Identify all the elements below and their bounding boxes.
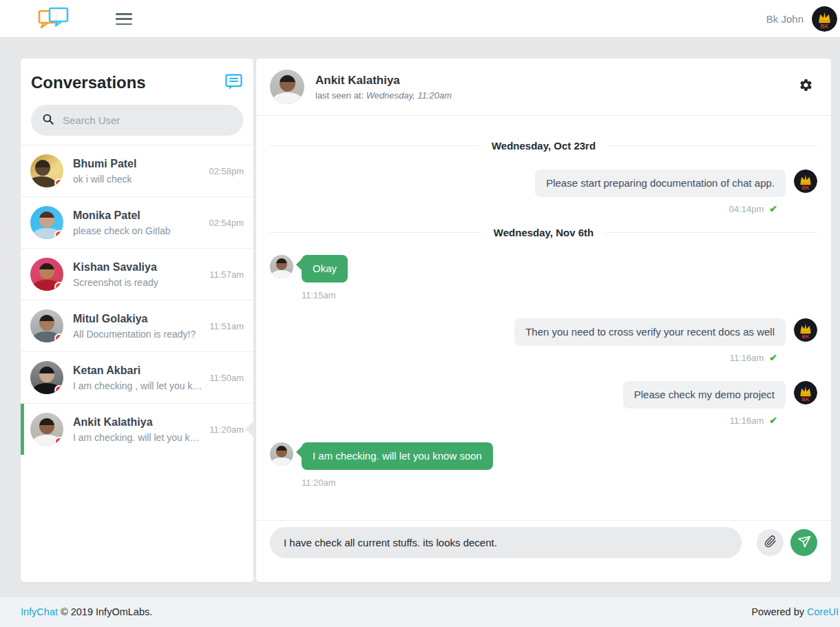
conversation-item-ankit-active[interactable]: Ankit Kalathiya I am checking. will let … [21, 403, 253, 455]
contact-avatar [270, 70, 304, 104]
current-user-avatar[interactable]: BK [812, 6, 837, 32]
footer-left: InfyChat © 2019 InfyOmLabs. [21, 606, 152, 617]
message-meta: 11:15am [302, 290, 817, 300]
footer-right: Powered by CoreUI [751, 606, 839, 617]
app-footer: InfyChat © 2019 InfyOmLabs. Powered by C… [0, 596, 840, 627]
conversation-item-ketan[interactable]: Ketan Akbari I am checking , will let yo… [21, 351, 253, 403]
avatar-mitul [30, 309, 63, 342]
message-time: 11:20am [302, 477, 336, 488]
powered-by-text: Powered by [751, 606, 804, 617]
conversation-time: 11:51am [209, 321, 244, 331]
incoming-message: Okay [270, 255, 817, 282]
contact-last-seen: last seen at: Wednesday, 11:20am [315, 90, 452, 101]
conversation-preview: I am checking. will let you know... [73, 432, 204, 443]
send-plane-icon [797, 535, 810, 551]
contact-avatar [270, 442, 293, 466]
avatar-ketan [30, 361, 63, 394]
outgoing-message: Then you need to cross verify your recen… [270, 318, 817, 346]
message-bubble: Okay [302, 255, 348, 282]
copyright-text: © 2019 InfyOmLabs. [61, 606, 152, 617]
message-time: 04:14pm [729, 204, 764, 214]
conversation-name: Kishan Savaliya [73, 261, 204, 274]
conversation-name: Ketan Akbari [73, 364, 204, 377]
message-bubble: Please check my demo project [623, 381, 786, 409]
own-avatar: BK [794, 381, 817, 404]
sidebar-toggle-hamburger-icon[interactable] [116, 13, 132, 25]
conversation-time: 11:57am [209, 269, 244, 280]
date-divider-text: Wednesday, Oct 23rd [492, 140, 596, 152]
message-input[interactable] [270, 527, 742, 558]
read-check-icon: ✔ [769, 352, 777, 363]
svg-text:BK: BK [802, 185, 810, 191]
date-divider: Wednesday, Nov 6th [270, 227, 817, 238]
message-time: 11:15am [302, 290, 336, 300]
conversation-item-monika[interactable]: Monika Patel please check on Gitlab 02:5… [21, 196, 253, 248]
presence-dot [54, 230, 63, 239]
message-time: 11:16am [730, 353, 764, 363]
conversation-name: Bhumi Patel [73, 158, 203, 170]
message-meta: 04:14pm✔ [270, 203, 777, 214]
message-meta: 11:16am✔ [270, 352, 777, 363]
paperclip-icon [764, 535, 777, 551]
avatar-ankit [30, 413, 63, 446]
new-chat-icon[interactable] [224, 72, 243, 94]
conversation-list: Bhumi Patel ok i will check 02:58pm Moni… [21, 145, 253, 455]
read-check-icon: ✔ [769, 203, 777, 214]
conversation-time: 11:50am [209, 373, 244, 383]
svg-text:BK: BK [802, 333, 810, 340]
attach-file-button[interactable] [757, 529, 784, 556]
own-avatar: BK [794, 318, 817, 342]
message-time: 11:16am [730, 415, 764, 426]
date-divider: Wednesday, Oct 23rd [270, 140, 817, 152]
outgoing-message: Please start preparing documentation of … [270, 169, 817, 197]
search-icon [42, 113, 54, 128]
chat-panel: Ankit Kalathiya last seen at: Wednesday,… [256, 59, 831, 582]
presence-dot [54, 178, 63, 187]
conversation-preview: Screenshot is ready [73, 277, 204, 288]
conversation-preview: ok i will check [73, 174, 203, 185]
coreui-link[interactable]: CoreUI [807, 606, 839, 617]
conversation-time: 02:54pm [209, 218, 244, 228]
contact-avatar [270, 255, 293, 278]
svg-text:BK: BK [802, 396, 810, 402]
svg-text:BK: BK [821, 23, 829, 30]
search-user-input[interactable] [63, 114, 232, 126]
chat-header: Ankit Kalathiya last seen at: Wednesday,… [256, 59, 831, 116]
outgoing-message: Please check my demo project BK [270, 381, 817, 409]
conversation-item-mitul[interactable]: Mitul Golakiya All Documentation is read… [21, 300, 253, 351]
conversation-preview: All Documentation is ready!? [73, 329, 204, 340]
incoming-message: I am checking. will let you know soon [270, 442, 817, 470]
conversations-sidebar: Conversations [21, 59, 253, 582]
message-compose-bar [256, 520, 831, 582]
presence-dot [54, 385, 63, 394]
message-bubble: I am checking. will let you know soon [302, 442, 493, 470]
conversation-item-bhumi[interactable]: Bhumi Patel ok i will check 02:58pm [21, 145, 253, 196]
avatar-monika [30, 206, 63, 239]
app-logo-icon[interactable] [37, 6, 70, 34]
own-avatar: BK [794, 169, 817, 193]
message-list: Wednesday, Oct 23rd Please start prepari… [256, 116, 831, 520]
conversation-item-kishan[interactable]: Kishan Savaliya Screenshot is ready 11:5… [21, 248, 253, 300]
conversation-preview: I am checking , will let you know. [73, 380, 204, 391]
app-header: Bk John BK [0, 0, 840, 38]
infychat-link[interactable]: InfyChat [21, 606, 58, 617]
last-seen-value: Wednesday, 11:20am [366, 90, 452, 101]
read-check-icon: ✔ [769, 415, 777, 426]
search-user-box [31, 105, 243, 136]
conversation-name: Ankit Kalathiya [73, 416, 204, 429]
date-divider-text: Wednesday, Nov 6th [494, 227, 594, 238]
send-message-button[interactable] [790, 529, 817, 556]
conversation-name: Mitul Golakiya [73, 313, 204, 325]
conversation-time: 11:20am [209, 424, 244, 435]
presence-dot [54, 437, 63, 446]
conversation-name: Monika Patel [73, 209, 203, 222]
avatar-bhumi [30, 154, 63, 187]
chat-settings-gear-icon[interactable] [799, 78, 813, 92]
presence-dot [54, 333, 63, 342]
message-bubble: Then you need to cross verify your recen… [514, 318, 786, 346]
message-meta: 11:20am [302, 477, 817, 488]
message-meta: 11:16am✔ [270, 415, 777, 426]
avatar-kishan [30, 258, 63, 291]
current-user-name: Bk John [766, 13, 804, 25]
conversation-time: 02:58pm [209, 166, 244, 176]
